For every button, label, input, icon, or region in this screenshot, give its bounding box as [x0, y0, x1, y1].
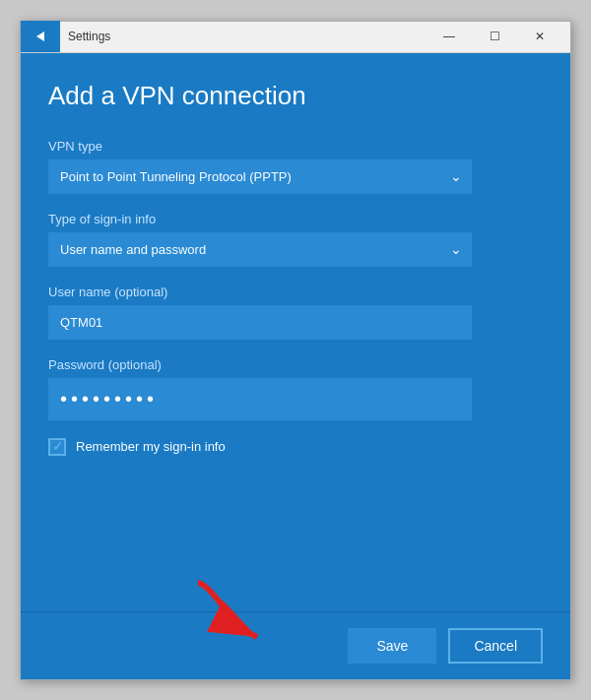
- cancel-button[interactable]: Cancel: [448, 628, 543, 664]
- checkmark-icon: ✓: [52, 439, 63, 454]
- vpn-type-group: VPN type Point to Point Tunneling Protoc…: [48, 139, 543, 194]
- remember-label: Remember my sign-in info: [76, 439, 226, 454]
- vpn-type-select[interactable]: Point to Point Tunneling Protocol (PPTP): [48, 159, 472, 194]
- main-content: Add a VPN connection VPN type Point to P…: [21, 53, 570, 611]
- back-button[interactable]: [21, 21, 60, 52]
- username-group: User name (optional): [48, 285, 543, 340]
- settings-window: Settings — ☐ ✕ Add a VPN connection VPN …: [20, 21, 571, 680]
- minimize-button[interactable]: —: [427, 21, 472, 52]
- window-controls: — ☐ ✕: [427, 21, 562, 52]
- save-button[interactable]: Save: [348, 628, 436, 664]
- username-label: User name (optional): [48, 285, 543, 299]
- svg-marker-0: [36, 32, 44, 41]
- page-title: Add a VPN connection: [48, 81, 543, 111]
- scroll-area[interactable]: Add a VPN connection VPN type Point to P…: [21, 53, 570, 611]
- signin-type-select-wrapper: User name and password ⌄: [48, 232, 472, 267]
- vpn-type-label: VPN type: [48, 139, 543, 154]
- remember-checkbox[interactable]: ✓: [48, 438, 66, 456]
- vpn-type-select-wrapper: Point to Point Tunneling Protocol (PPTP)…: [48, 159, 472, 194]
- close-button[interactable]: ✕: [517, 21, 562, 52]
- maximize-button[interactable]: ☐: [472, 21, 517, 52]
- arrow-annotation: [178, 573, 296, 652]
- signin-type-select[interactable]: User name and password: [48, 232, 472, 267]
- window-title: Settings: [68, 30, 427, 43]
- remember-row: ✓ Remember my sign-in info: [48, 438, 543, 456]
- titlebar: Settings — ☐ ✕: [21, 22, 570, 53]
- password-group: Password (optional): [48, 357, 543, 420]
- password-label: Password (optional): [48, 357, 543, 372]
- signin-type-group: Type of sign-in info User name and passw…: [48, 212, 543, 267]
- username-input[interactable]: [48, 305, 472, 340]
- footer: Save Cancel: [21, 611, 570, 679]
- signin-type-label: Type of sign-in info: [48, 212, 543, 226]
- password-input[interactable]: [48, 378, 472, 420]
